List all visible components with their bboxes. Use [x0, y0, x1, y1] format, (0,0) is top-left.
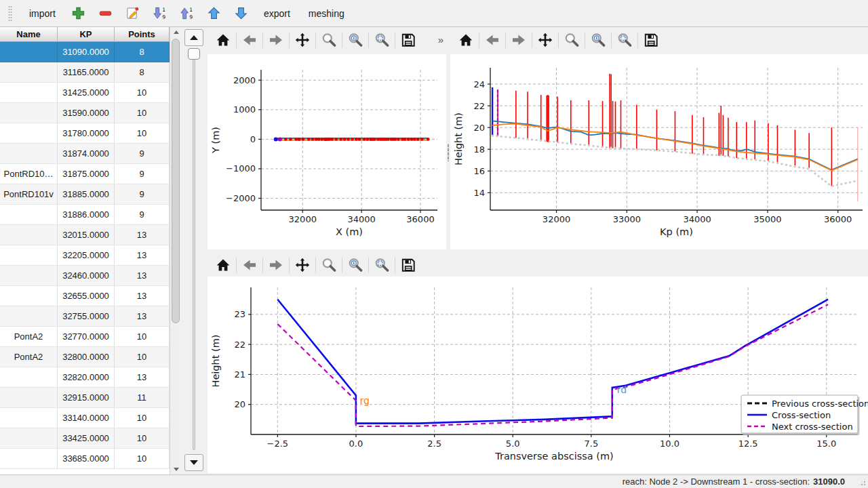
- scrollbar-thumb[interactable]: [172, 39, 180, 323]
- table-row[interactable]: 31165.00008: [0, 62, 170, 83]
- cell-kp[interactable]: 32015.0000: [58, 225, 115, 245]
- table-row[interactable]: 31874.00009: [0, 144, 170, 164]
- table-row[interactable]: 32755.000013: [0, 306, 170, 327]
- forward-button[interactable]: [264, 30, 288, 51]
- meshing-button[interactable]: meshing: [302, 4, 351, 23]
- remove-cross-section-button[interactable]: [94, 2, 117, 24]
- save-button[interactable]: [397, 255, 420, 276]
- export-button[interactable]: export: [257, 4, 297, 23]
- cell-kp[interactable]: 31425.0000: [58, 83, 115, 103]
- cell-name[interactable]: [0, 205, 58, 225]
- zoom-selection-button[interactable]: [613, 30, 636, 51]
- cell-name[interactable]: [0, 83, 58, 103]
- table-row[interactable]: PontRD101v31885.00009: [0, 184, 170, 205]
- cell-kp[interactable]: 32205.0000: [58, 245, 115, 266]
- cell-points[interactable]: 10: [115, 103, 170, 123]
- cell-kp[interactable]: 31875.0000: [58, 164, 115, 184]
- cell-kp[interactable]: 32460.0000: [58, 266, 115, 286]
- cell-points[interactable]: 10: [115, 428, 170, 449]
- cell-kp[interactable]: 33140.0000: [58, 408, 115, 428]
- table-scrollbar[interactable]: [170, 27, 181, 474]
- cell-points[interactable]: 13: [115, 225, 170, 245]
- cell-kp[interactable]: 32800.0000: [58, 347, 115, 367]
- cell-name[interactable]: [0, 306, 58, 327]
- cell-name[interactable]: [0, 266, 58, 286]
- cell-points[interactable]: 10: [115, 123, 170, 144]
- cell-name[interactable]: [0, 245, 58, 266]
- cell-name[interactable]: [0, 449, 58, 469]
- cell-points[interactable]: 10: [115, 449, 170, 469]
- save-button[interactable]: [397, 30, 420, 51]
- pan-button[interactable]: [291, 30, 314, 51]
- slider-handle[interactable]: [188, 48, 200, 60]
- cell-kp[interactable]: 32755.0000: [58, 306, 115, 327]
- zoom-original-button[interactable]: [344, 255, 367, 276]
- cell-name[interactable]: [0, 428, 58, 449]
- add-cross-section-button[interactable]: [67, 2, 90, 24]
- cell-kp[interactable]: 31780.0000: [58, 123, 115, 144]
- cell-points[interactable]: 13: [115, 306, 170, 327]
- table-row[interactable]: PontA232770.000010: [0, 327, 170, 347]
- cell-name[interactable]: PontRD10…: [0, 164, 58, 184]
- pan-button[interactable]: [534, 30, 557, 51]
- zoom-button[interactable]: [317, 30, 340, 51]
- table-row[interactable]: 32915.000011: [0, 388, 170, 408]
- table-row[interactable]: 32820.000013: [0, 367, 170, 388]
- zoom-button[interactable]: [317, 255, 340, 276]
- forward-button[interactable]: [507, 30, 530, 51]
- table-row[interactable]: 32655.000013: [0, 286, 170, 306]
- table-row[interactable]: 33425.000010: [0, 428, 170, 449]
- cell-points[interactable]: 8: [115, 62, 170, 83]
- table-row[interactable]: PontA232800.000010: [0, 347, 170, 367]
- zoom-button[interactable]: [560, 30, 583, 51]
- cell-kp[interactable]: 32655.0000: [58, 286, 115, 306]
- cell-points[interactable]: 11: [115, 388, 170, 408]
- cell-kp[interactable]: 31090.0000: [58, 42, 115, 62]
- toolbar-drag-handle[interactable]: [8, 5, 12, 22]
- table-row[interactable]: 33685.000010: [0, 449, 170, 469]
- cell-points[interactable]: 9: [115, 184, 170, 205]
- pan-button[interactable]: [291, 255, 314, 276]
- slider-down-button[interactable]: [184, 454, 203, 471]
- cell-kp[interactable]: 31165.0000: [58, 62, 115, 83]
- cell-kp[interactable]: 32770.0000: [58, 327, 115, 347]
- cell-name[interactable]: [0, 123, 58, 144]
- cell-name[interactable]: [0, 42, 58, 62]
- home-button[interactable]: [454, 30, 477, 51]
- cell-points[interactable]: 10: [115, 327, 170, 347]
- zoom-original-button[interactable]: [587, 30, 610, 51]
- cell-points[interactable]: 13: [115, 266, 170, 286]
- cell-kp[interactable]: 31886.0000: [58, 205, 115, 225]
- cell-points[interactable]: 10: [115, 83, 170, 103]
- plan-view-canvas[interactable]: 320003400036000−2000−1000010002000X (m)Y…: [208, 54, 446, 249]
- cell-kp[interactable]: 33685.0000: [58, 449, 115, 469]
- scroll-down-arrow-icon[interactable]: [170, 464, 182, 474]
- table-row[interactable]: PontRD10…31875.00009: [0, 164, 170, 184]
- table-row[interactable]: 32015.000013: [0, 225, 170, 245]
- back-button[interactable]: [238, 30, 261, 51]
- cell-name[interactable]: [0, 62, 58, 83]
- cell-name[interactable]: [0, 388, 58, 408]
- back-button[interactable]: [238, 255, 261, 276]
- zoom-selection-button[interactable]: [370, 255, 393, 276]
- cell-name[interactable]: [0, 144, 58, 164]
- cell-name[interactable]: PontA2: [0, 327, 58, 347]
- column-header-kp[interactable]: KP: [58, 27, 115, 42]
- cell-name[interactable]: PontRD101v: [0, 184, 58, 205]
- table-row[interactable]: 33140.000010: [0, 408, 170, 428]
- table-row[interactable]: 31780.000010: [0, 123, 170, 144]
- table-row[interactable]: 32205.000013: [0, 245, 170, 266]
- cell-points[interactable]: 9: [115, 144, 170, 164]
- import-button[interactable]: import: [22, 4, 62, 23]
- cell-name[interactable]: [0, 408, 58, 428]
- cell-points[interactable]: 13: [115, 286, 170, 306]
- cell-points[interactable]: 8: [115, 42, 170, 62]
- cell-points[interactable]: 9: [115, 164, 170, 184]
- resize-grip-icon[interactable]: [858, 478, 867, 487]
- cross-section-profile-canvas[interactable]: rgrd−2.50.02.55.07.510.012.515.020212223…: [208, 277, 868, 473]
- cell-points[interactable]: 10: [115, 408, 170, 428]
- slider-groove[interactable]: [193, 52, 195, 450]
- cell-kp[interactable]: 32915.0000: [58, 388, 115, 408]
- cell-name[interactable]: [0, 367, 58, 388]
- home-button[interactable]: [212, 30, 235, 51]
